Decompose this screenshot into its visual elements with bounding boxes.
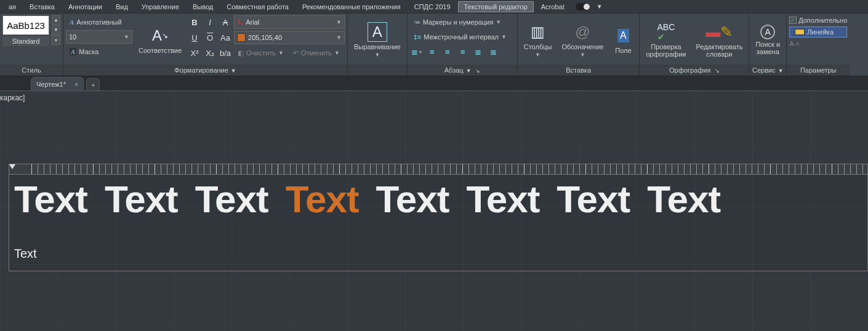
menu-item[interactable]: Аннотации bbox=[62, 1, 108, 12]
chevron-down-icon: ▼ bbox=[336, 34, 342, 41]
blank-line[interactable] bbox=[14, 221, 862, 247]
annotative-toggle[interactable]: A Аннотативный bbox=[66, 15, 132, 29]
edit-dict-button[interactable]: ▬✎ Редактировать словари bbox=[692, 15, 746, 65]
menu-item[interactable]: Вывод bbox=[187, 1, 219, 12]
caps-button[interactable]: Aa bbox=[219, 31, 232, 44]
document-tab[interactable]: Чертеж1* × bbox=[31, 77, 84, 90]
align-center-button[interactable]: ≡ bbox=[441, 45, 454, 58]
style-list-icon[interactable]: ▾ bbox=[52, 35, 60, 45]
menu-item[interactable]: Рекомендованные приложения bbox=[296, 1, 407, 12]
word[interactable]: Text bbox=[466, 177, 539, 221]
symbol-label: Обозначение bbox=[561, 43, 603, 50]
font-select[interactable]: Tт Arial ▼ bbox=[234, 15, 345, 29]
color-select[interactable]: 205,105,40 ▼ bbox=[234, 31, 345, 44]
panel-spelling: ABC✔ Проверка орфографии ▬✎ Редактироват… bbox=[640, 14, 749, 76]
menu-item[interactable]: ая bbox=[2, 1, 22, 12]
font-prefix-icon: Tт bbox=[237, 18, 243, 26]
panel-title: Сервис▼ bbox=[749, 65, 786, 76]
field-button[interactable]: A Поле bbox=[609, 15, 637, 65]
mask-toggle[interactable]: A Маска bbox=[66, 45, 132, 58]
align-left-button[interactable]: ≡ bbox=[425, 45, 439, 58]
bullets-label: Маркеры и нумерация bbox=[423, 18, 494, 26]
text-content-box[interactable]: Text Text Text Text Text Text Text Text … bbox=[9, 175, 868, 271]
menu-item[interactable]: Вставка bbox=[23, 1, 61, 12]
strike-button[interactable]: A bbox=[219, 15, 232, 29]
tab-label: Чертеж1* bbox=[36, 81, 66, 88]
ruler-label: Линейка bbox=[807, 28, 834, 36]
color-value: 205,105,40 bbox=[248, 34, 334, 41]
align-right-button[interactable]: ≡ bbox=[456, 45, 470, 58]
justify-default-button[interactable]: ≣▾ bbox=[410, 45, 424, 58]
style-preview: AaBb123 bbox=[2, 15, 49, 35]
justify-button[interactable]: ≣ bbox=[472, 45, 485, 58]
chevron-down-icon: ▼ bbox=[496, 19, 501, 25]
panel-title: Абзац▼ ↘ bbox=[408, 65, 517, 76]
font-size-input[interactable]: 10 ▼ bbox=[66, 30, 132, 44]
menu-dropdown-icon[interactable]: ▾ bbox=[592, 1, 608, 12]
scale-icon-small: A bbox=[795, 41, 799, 47]
word[interactable]: Text bbox=[105, 177, 178, 221]
clear-format-button[interactable]: ◧ Очистить ▼ bbox=[234, 46, 287, 60]
chevron-down-icon: ▼ bbox=[580, 52, 585, 58]
style-name: Standard bbox=[2, 36, 49, 46]
menu-item[interactable]: Acrobat bbox=[535, 1, 571, 12]
distribute-button[interactable]: ≣ bbox=[487, 45, 500, 58]
italic-button[interactable]: I bbox=[203, 15, 217, 29]
bullets-button[interactable]: ≔ Маркеры и нумерация ▼ bbox=[410, 15, 515, 29]
superscript-button[interactable]: X² bbox=[188, 46, 201, 60]
undo-button[interactable]: ↶ Отменить ▼ bbox=[289, 46, 344, 60]
menu-item-active[interactable]: Текстовый редактор bbox=[458, 1, 534, 12]
field-icon: A bbox=[613, 26, 633, 46]
ruler-toggle[interactable]: Линейка bbox=[789, 26, 847, 38]
text-line-1[interactable]: Text Text Text Text Text Text Text Text bbox=[14, 177, 862, 221]
toggle-switch[interactable] bbox=[576, 3, 590, 10]
line-spacing-button[interactable]: ‡≡ Межстрочный интервал ▼ bbox=[410, 30, 515, 44]
chevron-down-icon: ▼ bbox=[334, 50, 340, 56]
new-tab-button[interactable]: + bbox=[86, 78, 100, 90]
mtext-editor[interactable]: Text Text Text Text Text Text Text Text … bbox=[9, 164, 868, 271]
overline-button[interactable]: O bbox=[203, 31, 217, 44]
chevron-down-icon: ▼ bbox=[374, 52, 380, 58]
find-replace-button[interactable]: A Поиск и замена bbox=[752, 15, 784, 65]
columns-button[interactable]: ▥ Столбцы ▼ bbox=[520, 15, 556, 65]
menu-item[interactable]: СПДС 2019 bbox=[408, 1, 457, 12]
indent-marker-icon[interactable] bbox=[9, 164, 15, 170]
clear-label: Очистить bbox=[246, 49, 276, 57]
word[interactable]: Text bbox=[14, 177, 87, 221]
word[interactable]: Text bbox=[376, 177, 449, 221]
text-ruler[interactable] bbox=[9, 164, 868, 175]
menu-item[interactable]: Управление bbox=[135, 1, 185, 12]
text-line-2[interactable]: Text bbox=[14, 247, 862, 261]
underline-button[interactable]: U bbox=[188, 31, 201, 44]
stack-button[interactable]: b/a bbox=[219, 46, 232, 60]
font-value: Arial bbox=[246, 18, 334, 26]
panel-insert: ▥ Столбцы ▼ @ Обозначение ▼ A Поле Встав… bbox=[518, 14, 640, 76]
bold-button[interactable]: B bbox=[188, 15, 201, 29]
subscript-button[interactable]: X₂ bbox=[203, 46, 217, 60]
alignment-button[interactable]: A Выравнивание ▼ bbox=[350, 15, 404, 65]
spacing-label: Межстрочный интервал bbox=[424, 33, 499, 41]
columns-label: Столбцы bbox=[524, 43, 552, 50]
word[interactable]: Text bbox=[195, 177, 268, 221]
word[interactable]: Text bbox=[647, 177, 720, 221]
ribbon: AaBb123 Standard ▲ ▼ ▾ Стиль A Аннотатив… bbox=[0, 14, 868, 76]
spellcheck-button[interactable]: ABC✔ Проверка орфографии bbox=[642, 15, 689, 65]
close-icon[interactable]: × bbox=[74, 81, 78, 88]
menu-item[interactable]: Совместная работа bbox=[220, 1, 295, 12]
menubar: ая Вставка Аннотации Вид Управление Выво… bbox=[0, 0, 868, 14]
chevron-down-icon: ▼ bbox=[336, 19, 342, 25]
extra-option[interactable]: ✓ Дополнительно bbox=[789, 17, 847, 24]
alignment-label: Выравнивание bbox=[354, 43, 401, 50]
word[interactable]: Text bbox=[557, 177, 630, 221]
style-down-icon[interactable]: ▼ bbox=[52, 25, 60, 34]
drawing-canvas[interactable]: каркас] Text Text Text Text Text Text Te… bbox=[0, 91, 868, 331]
panel-paragraph: ≔ Маркеры и нумерация ▼ ‡≡ Межстрочный и… bbox=[408, 14, 518, 76]
match-properties-button[interactable]: A↘ Соответствие bbox=[135, 15, 185, 65]
menu-item[interactable]: Вид bbox=[110, 1, 134, 12]
chevron-down-icon: ▼ bbox=[278, 50, 284, 56]
word-highlighted[interactable]: Text bbox=[286, 177, 359, 221]
edit-dict-label: Редактировать словари bbox=[696, 43, 742, 58]
style-up-icon[interactable]: ▲ bbox=[52, 15, 60, 25]
color-swatch-icon bbox=[237, 33, 246, 42]
symbol-button[interactable]: @ Обозначение ▼ bbox=[558, 15, 607, 65]
